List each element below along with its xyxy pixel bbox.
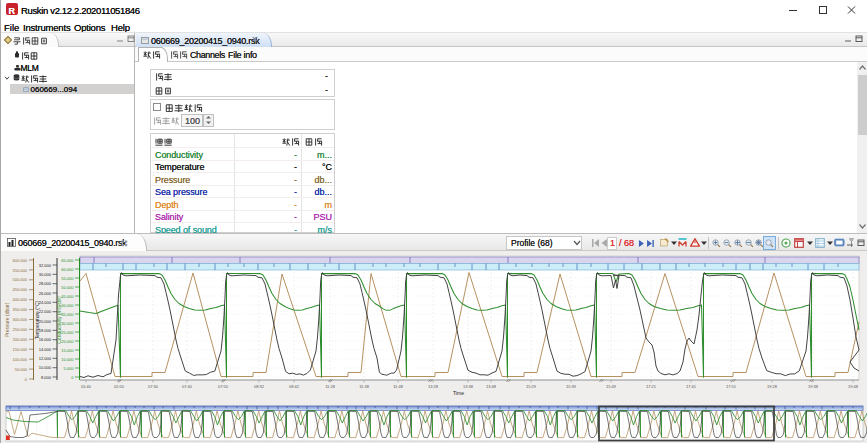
svg-text:26.000: 26.000 xyxy=(39,291,52,296)
svg-text:15.000: 15.000 xyxy=(61,348,74,353)
svg-text:Temperature (°C): Temperature (°C) xyxy=(34,300,40,339)
svg-text:18.000: 18.000 xyxy=(39,328,52,333)
svg-text:32.000: 32.000 xyxy=(39,263,52,268)
svg-text:35.000: 35.000 xyxy=(61,312,74,317)
svg-text:30.000: 30.000 xyxy=(61,321,74,326)
svg-text:28.000: 28.000 xyxy=(39,281,52,286)
svg-text:19:38: 19:38 xyxy=(808,384,819,389)
svg-text:10.000: 10.000 xyxy=(39,365,52,370)
svg-text:450.000: 450.000 xyxy=(13,287,28,292)
svg-text:08:42: 08:42 xyxy=(289,384,300,389)
svg-text:50.000: 50.000 xyxy=(15,367,28,372)
svg-text:22.000: 22.000 xyxy=(39,309,52,314)
svg-text:12.000: 12.000 xyxy=(39,356,52,361)
svg-text:50.000: 50.000 xyxy=(61,285,74,290)
svg-text:17:51: 17:51 xyxy=(726,384,737,389)
svg-text:400.000: 400.000 xyxy=(13,297,28,302)
svg-text:25.000: 25.000 xyxy=(61,330,74,335)
svg-text:17:41: 17:41 xyxy=(686,384,697,389)
svg-text:40.000: 40.000 xyxy=(61,303,74,308)
svg-text:250.000: 250.000 xyxy=(13,327,28,332)
svg-text:05:50: 05:50 xyxy=(114,384,125,389)
svg-text:24.000: 24.000 xyxy=(39,300,52,305)
svg-text:13:28: 13:28 xyxy=(428,384,439,389)
svg-text:500.000: 500.000 xyxy=(13,277,28,282)
svg-text:20.000: 20.000 xyxy=(39,319,52,324)
svg-text:08:32: 08:32 xyxy=(254,384,265,389)
svg-text:07:50: 07:50 xyxy=(218,384,229,389)
svg-text:45.000: 45.000 xyxy=(61,294,74,299)
svg-text:600.000: 600.000 xyxy=(13,258,28,263)
svg-text:05:40: 05:40 xyxy=(81,384,92,389)
svg-text:19:28: 19:28 xyxy=(767,384,778,389)
svg-text:30.000: 30.000 xyxy=(39,272,52,277)
svg-text:11:28: 11:28 xyxy=(325,384,335,389)
svg-text:10.000: 10.000 xyxy=(61,357,74,362)
svg-text:17:21: 17:21 xyxy=(646,384,657,389)
svg-text:07:30: 07:30 xyxy=(148,384,159,389)
svg-text:150.000: 150.000 xyxy=(13,347,28,352)
svg-text:Pressure (dbar): Pressure (dbar) xyxy=(4,302,10,337)
svg-text:13:38: 13:38 xyxy=(463,384,474,389)
svg-text:Conductivity (mS/cm): Conductivity (mS/cm) xyxy=(56,296,62,344)
svg-text:550.000: 550.000 xyxy=(13,268,28,273)
svg-text:65.000: 65.000 xyxy=(61,258,74,263)
svg-text:11:48: 11:48 xyxy=(393,384,403,389)
svg-text:19:48: 19:48 xyxy=(848,384,859,389)
svg-text:300.000: 300.000 xyxy=(13,317,28,322)
svg-text:11:38: 11:38 xyxy=(359,384,369,389)
svg-text:20.000: 20.000 xyxy=(61,339,74,344)
svg-text:Time: Time xyxy=(453,390,464,396)
svg-text:60.000: 60.000 xyxy=(61,267,74,272)
svg-text:15:39: 15:39 xyxy=(566,384,577,389)
svg-text:15:49: 15:49 xyxy=(606,384,617,389)
svg-text:8.000: 8.000 xyxy=(41,375,52,380)
svg-text:100.000: 100.000 xyxy=(13,357,28,362)
svg-text:07:40: 07:40 xyxy=(182,384,193,389)
svg-text:15:29: 15:29 xyxy=(526,384,537,389)
svg-text:13:48: 13:48 xyxy=(486,384,497,389)
svg-text:200.000: 200.000 xyxy=(13,337,28,342)
svg-text:350.000: 350.000 xyxy=(13,307,28,312)
svg-text:16.000: 16.000 xyxy=(39,337,52,342)
svg-text:55.000: 55.000 xyxy=(61,276,74,281)
svg-text:5.000: 5.000 xyxy=(63,366,74,371)
svg-text:14.000: 14.000 xyxy=(39,347,52,352)
